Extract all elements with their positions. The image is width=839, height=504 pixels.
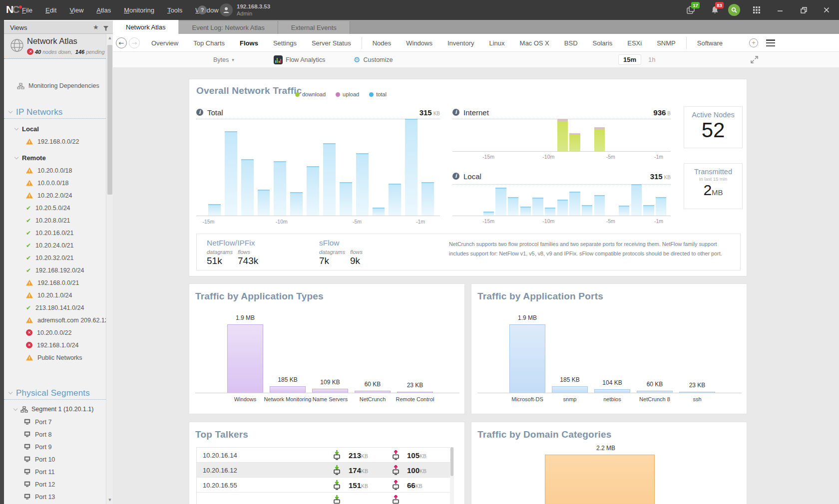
sidebar-item-10-20-32-0-21[interactable]: ✔10.20.32.0/21 — [4, 252, 106, 264]
sidebar-item-port-13[interactable]: Port 13 — [4, 491, 106, 503]
apps-grid-button[interactable] — [751, 4, 762, 15]
sidebar-item-network-atlas[interactable]: Network Atlas ✕ 40 nodes down, 146 pendi… — [4, 34, 106, 59]
sidebar-item-port-9[interactable]: Port 9 — [4, 441, 106, 453]
network-group-remote[interactable]: Remote — [4, 152, 106, 164]
bar-slot — [630, 119, 643, 151]
unit-selector[interactable]: Bytes ▾ — [213, 52, 234, 68]
sidebar-item-10-20-24-0-21[interactable]: ✔10.20.24.0/21 — [4, 239, 106, 252]
nav-item-mac-os-x[interactable]: Mac OS X — [512, 39, 557, 47]
sidebar-item-10-20-0-0-18[interactable]: !10.20.0.0/18 — [4, 164, 106, 177]
sidebar-item-10-0-0-0-18[interactable]: !10.0.0.0/18 — [4, 177, 106, 189]
close-button[interactable] — [820, 4, 833, 16]
nav-item-flows[interactable]: Flows — [232, 39, 266, 47]
sidebar-item-192-168-0-0-21[interactable]: !192.168.0.0/21 — [4, 276, 106, 289]
sidebar-scrollbar[interactable]: ▲ ▼ — [106, 34, 113, 504]
nav-item-server-status[interactable]: Server Status — [304, 39, 359, 47]
bar-slot — [482, 119, 495, 151]
sidebar-item-segment[interactable]: Segment 1 (10.20.1.1) — [4, 403, 106, 416]
help-icon[interactable]: ? — [198, 5, 207, 14]
sidebar-item-10-20-16-0-21[interactable]: ✔10.20.16.0/21 — [4, 227, 106, 239]
nav-item-nodes[interactable]: Nodes — [365, 39, 399, 47]
sidebar-item-10-20-8-0-21[interactable]: ✔10.20.8.0/21 — [4, 214, 106, 227]
sidebar-item-213-180-141-0-24[interactable]: ✔213.180.141.0/24 — [4, 301, 106, 314]
range-option-1h[interactable]: 1h — [648, 56, 655, 63]
avatar[interactable] — [220, 3, 233, 16]
add-view-button[interactable]: + — [749, 38, 758, 47]
nav-item-inventory[interactable]: Inventory — [440, 39, 481, 47]
sidebar-item-192-168-1-0-24[interactable]: ✕192.168.1.0/24 — [4, 339, 106, 351]
nav-item-overview[interactable]: Overview — [144, 39, 186, 47]
scrollbar-thumb[interactable] — [107, 45, 112, 195]
sidebar-item-10-20-5-0-24[interactable]: ✔10.20.5.0/24 — [4, 202, 106, 214]
menu-hamburger-icon[interactable] — [766, 39, 775, 46]
network-group-local[interactable]: Local — [4, 123, 106, 135]
sidebar-item-10-20-2-0-24[interactable]: !10.20.2.0/24 — [4, 189, 106, 202]
tab-event-log-network-atlas[interactable]: Event Log: Network Atlas — [179, 21, 278, 34]
nav-item-linux[interactable]: Linux — [481, 39, 512, 47]
tab-network-atlas[interactable]: Network Atlas — [113, 20, 179, 34]
info-icon[interactable]: i — [452, 173, 459, 180]
table-row[interactable]: 10.20.16.55151KB66KB — [197, 478, 453, 493]
nav-item-solaris[interactable]: Solaris — [585, 39, 620, 47]
filter-funnel-icon[interactable] — [103, 24, 109, 33]
alerts-button[interactable]: 83 — [709, 4, 720, 15]
table-row[interactable]: 10.20.16.14213KB105KB — [197, 448, 453, 463]
menu-file[interactable]: File — [22, 6, 32, 14]
sidebar-item-port-11[interactable]: Port 11 — [4, 466, 106, 478]
minimize-button[interactable] — [774, 4, 787, 16]
nav-forward-button[interactable]: → — [129, 37, 140, 48]
nav-item-windows[interactable]: Windows — [399, 39, 440, 47]
nav-item-bsd[interactable]: BSD — [557, 39, 585, 47]
table-row-partial[interactable] — [197, 493, 453, 504]
bar — [373, 208, 385, 216]
sidebar-item-port-10[interactable]: Port 10 — [4, 453, 106, 466]
error-icon: ✕ — [26, 342, 32, 348]
nav-item-top-charts[interactable]: Top Charts — [186, 39, 232, 47]
sidebar-item-adremsoft-com-209-62-12-0-24[interactable]: !adremsoft.com 209.62.12.0/24 — [4, 314, 106, 326]
info-icon[interactable]: i — [196, 109, 203, 116]
sidebar-item-public-networks[interactable]: !Public Networks — [4, 351, 106, 364]
port-icon — [24, 494, 30, 500]
scroll-down-icon[interactable]: ▼ — [106, 498, 113, 502]
menu-edit[interactable]: Edit — [45, 6, 56, 14]
scroll-up-icon[interactable]: ▲ — [106, 36, 113, 40]
legend-label: download — [302, 91, 326, 97]
scrollbar-thumb[interactable] — [450, 447, 453, 476]
menu-view[interactable]: View — [69, 6, 83, 14]
physical-segments-header[interactable]: Physical Segments — [4, 387, 106, 400]
customize-button[interactable]: ⚙ Customize — [354, 52, 393, 68]
sidebar-item-monitoring-dependencies[interactable]: Monitoring Dependencies — [4, 80, 106, 92]
range-option-15m[interactable]: 15m — [618, 54, 641, 65]
bar-slot — [643, 119, 655, 151]
nav-item-settings[interactable]: Settings — [266, 39, 304, 47]
nav-item-software[interactable]: Software — [690, 39, 730, 47]
sidebar-item-192-168-0-0-22[interactable]: !192.168.0.0/22 — [4, 135, 106, 148]
table-row[interactable]: 10.20.16.12174KB100KB — [197, 463, 453, 478]
info-icon[interactable]: i — [452, 109, 459, 116]
port-icon-wrap — [24, 493, 30, 502]
sidebar-item-192-168-192-0-24[interactable]: ✔192.168.192.0/24 — [4, 264, 106, 276]
x-tick-label: -1m — [416, 219, 425, 225]
restore-button[interactable] — [797, 4, 810, 16]
ip-networks-header[interactable]: IP Networks — [4, 106, 106, 119]
sidebar-item-10-20-1-0-24[interactable]: !10.20.1.0/24 — [4, 289, 106, 301]
nav-item-snmp[interactable]: SNMP — [649, 39, 683, 47]
sidebar-item-port-8[interactable]: Port 8 — [4, 428, 106, 441]
window-left-edge — [0, 20, 4, 504]
expand-icon[interactable] — [750, 55, 759, 66]
top-talkers-scrollbar[interactable] — [450, 447, 454, 504]
menu-monitoring[interactable]: Monitoring — [124, 6, 154, 14]
nav-item-esxi[interactable]: ESXi — [620, 39, 649, 47]
sidebar-item-10-20-0-0-22[interactable]: ✕10.20.0.0/22 — [4, 326, 106, 339]
flow-analytics-button[interactable]: Flow Analytics — [274, 52, 325, 68]
sidebar-item-port-12[interactable]: Port 12 — [4, 478, 106, 491]
menu-tools[interactable]: Tools — [167, 6, 182, 14]
download-segment — [569, 135, 580, 151]
nav-back-button[interactable]: ← — [116, 37, 127, 48]
tasks-button[interactable]: 17 — [685, 4, 696, 15]
search-button[interactable] — [728, 4, 740, 16]
favorites-star-icon[interactable]: ★ — [93, 23, 99, 31]
menu-atlas[interactable]: Atlas — [96, 6, 111, 14]
tab-external-events[interactable]: External Events — [278, 21, 350, 34]
sidebar-item-port-7[interactable]: Port 7 — [4, 416, 106, 428]
